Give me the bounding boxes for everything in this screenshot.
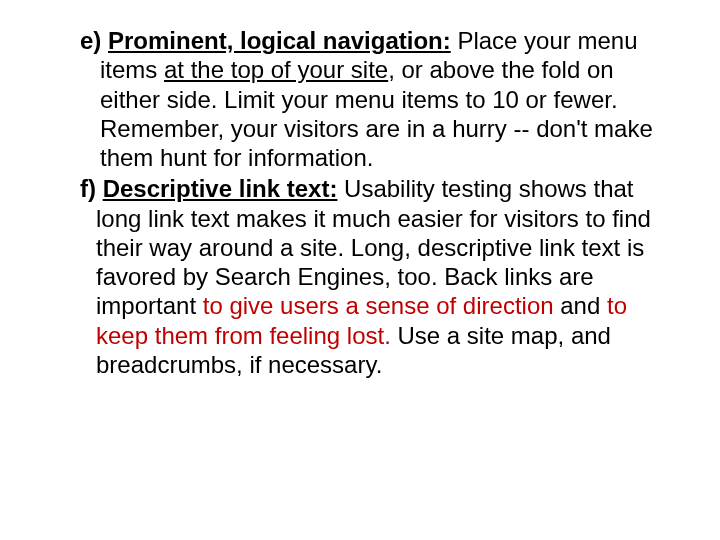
text-seg: and bbox=[554, 292, 607, 319]
item-lead: Descriptive link text: bbox=[103, 175, 338, 202]
paragraph-e: e) Prominent, logical navigation: Place … bbox=[52, 26, 668, 172]
list-item-f: f) Descriptive link text: Usability test… bbox=[52, 174, 668, 379]
paragraph-f: f) Descriptive link text: Usability test… bbox=[52, 174, 668, 379]
slide: e) Prominent, logical navigation: Place … bbox=[0, 0, 720, 540]
text-underlined: at the top of your site bbox=[164, 56, 388, 83]
item-lead: Prominent, logical navigation: bbox=[108, 27, 451, 54]
list-item-e: e) Prominent, logical navigation: Place … bbox=[52, 26, 668, 172]
item-marker: e) bbox=[80, 27, 108, 54]
text-red: to give users a sense of direction bbox=[203, 292, 554, 319]
item-marker: f) bbox=[80, 175, 103, 202]
